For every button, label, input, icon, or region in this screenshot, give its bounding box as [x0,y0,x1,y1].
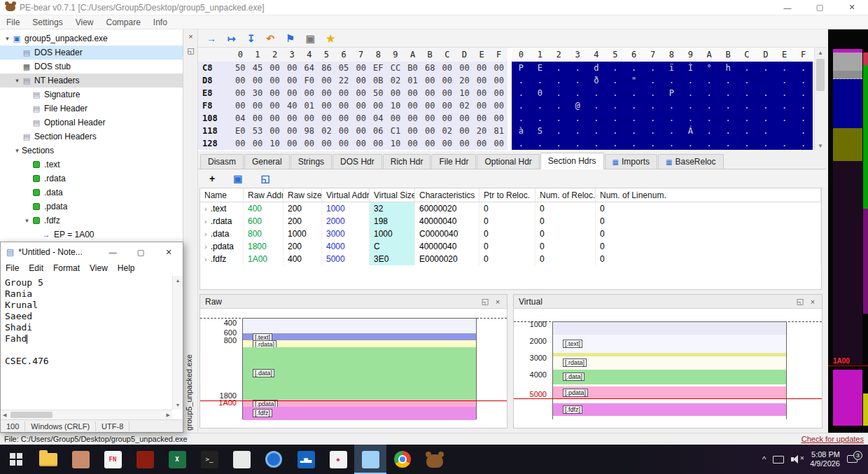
notepad-minimize-button[interactable]: — [99,242,127,262]
notepad-menu-item-view[interactable]: View [85,262,113,276]
hex-row-118[interactable]: 118E05300009802000006C1000002002081àS...… [198,125,814,137]
column-header-ptr-to-reloc[interactable]: Ptr to Reloc. [479,188,536,202]
tree-item-rdata[interactable]: .rdata [0,172,183,186]
dock-float-icon[interactable]: ◱ [183,43,198,57]
tree-item-text[interactable]: .text [0,158,183,172]
tab-section-hdrs[interactable]: Section Hdrs [540,153,604,169]
tab-disasm[interactable]: Disasm [200,154,244,169]
chevron-down-icon[interactable]: ▾ [22,217,31,224]
expand-table-icon[interactable]: ◱ [260,174,270,183]
scroll-up-icon[interactable]: ▲ [815,50,826,56]
chevron-right-icon[interactable]: › [204,217,207,225]
white-app-icon[interactable] [225,445,258,474]
column-header-characteristics[interactable]: Characteristics [415,188,479,202]
display-tray-icon[interactable] [773,456,784,463]
tree-item-optional-header[interactable]: ▤Optional Header [0,116,183,130]
panel-float-icon[interactable]: ◱ [479,297,491,306]
tree-item-nt-headers[interactable]: ▾▤NT Headers [0,74,183,88]
chevron-right-icon[interactable]: › [204,230,207,238]
tree-item-fdfz[interactable]: ▾.fdfz [0,214,183,228]
scroll-up-icon[interactable]: ▲ [173,278,183,283]
notepad-titlebar[interactable]: ▤ *Untitled - Note... — ▢ ✕ [1,242,183,262]
tree-item-dos-stub[interactable]: ▦DOS stub [0,60,183,74]
section-row-pdata[interactable]: ›.pdata18002004000C40000040000 [200,240,821,253]
hex-row-D8[interactable]: D800000000F00022000B02010000200000....ð.… [198,74,814,87]
panel-float-icon[interactable]: ◱ [794,297,806,306]
chevron-down-icon[interactable]: ▾ [13,147,22,154]
notepad-text-area[interactable]: Group 5 Rania Krunal Saeed Shadi Fahd CS… [1,276,183,367]
tab-file-hdr[interactable]: File Hdr [431,154,476,169]
remote-window-icon[interactable] [354,445,386,474]
volume-muted-icon[interactable]: ✕ [791,455,803,463]
column-header-raw-size[interactable]: Raw size [284,188,322,202]
tree-item-section-headers[interactable]: ▤Section Headers [0,130,183,144]
taskbar-clock[interactable]: 5:08 PM 4/9/2026 [810,450,840,468]
tab-optional-hdr[interactable]: Optional Hdr [477,154,539,169]
column-header-virtual-addr[interactable]: Virtual Addr. [322,188,370,202]
scroll-left-icon[interactable]: ◀ [3,412,6,418]
jump-in-icon[interactable]: ↦ [227,34,236,43]
notepad-window[interactable]: ▤ *Untitled - Note... — ▢ ✕ FileEditForm… [0,242,183,433]
menu-item-settings[interactable]: Settings [26,16,69,29]
minimize-button[interactable]: — [771,0,804,15]
notepad-hscrollbar[interactable]: ◀ ▶ [1,410,172,419]
tab-dos-hdr[interactable]: DOS Hdr [332,154,382,169]
fn-app-icon[interactable]: FN [97,445,129,474]
photos-app-icon[interactable] [64,445,97,474]
tab-imports[interactable]: ▦Imports [605,154,657,169]
chevron-down-icon[interactable]: ▾ [3,35,12,42]
column-header-num-of-linenum[interactable]: Num. of Linenum. [596,188,821,202]
section-row-data[interactable]: ›.data800100030001000C0000040000 [200,228,821,240]
column-header-virtual-size[interactable]: Virtual Size [370,188,415,202]
favorite-star-icon[interactable]: ★ [326,34,335,43]
maximize-button[interactable]: ▢ [804,0,836,15]
start-button[interactable] [0,445,32,474]
menu-item-file[interactable]: File [0,16,26,29]
section-row-text[interactable]: ›.text40020010003260000020000 [200,202,821,215]
tab-strings[interactable]: Strings [290,154,332,169]
notepad-menu-item-help[interactable]: Help [113,262,140,276]
check-updates-link[interactable]: Check for updates [802,435,864,443]
chevron-right-icon[interactable]: › [204,204,207,213]
terminal-icon[interactable]: >_ [193,445,225,474]
hex-row-F8[interactable]: F800000040010000000010000000020000...@..… [198,99,814,112]
tree-item-ep-1a00[interactable]: →EP = 1A00 [0,228,183,242]
scroll-thumb[interactable] [10,412,52,418]
copy-table-icon[interactable]: ▣ [233,174,242,183]
scroll-down-icon[interactable]: ▼ [173,403,183,407]
chevron-right-icon[interactable]: › [204,255,207,263]
excel-icon[interactable]: X [161,445,193,474]
tree-item-dos-header[interactable]: ▤DOS Header [0,46,183,60]
notepad-close-button[interactable]: ✕ [155,242,183,262]
file-dock-tab[interactable]: group5_unpacked.exe [185,354,193,431]
media-app-icon[interactable]: ◆ [322,445,354,474]
close-button[interactable]: ✕ [836,0,868,15]
menu-item-info[interactable]: Info [147,16,174,29]
notepad-menu-item-file[interactable]: File [1,262,24,276]
copy-icon[interactable]: ▣ [306,34,315,43]
menu-item-view[interactable]: View [69,16,100,29]
camera-app-icon[interactable] [258,445,290,474]
tree-item-file-header[interactable]: ▤File Header [0,102,183,116]
notepad-menu-item-format[interactable]: Format [48,262,85,276]
notepad-vscrollbar[interactable]: ▲ ▼ [172,276,183,410]
menu-item-compare[interactable]: Compare [100,16,147,29]
hex-row-108[interactable]: 10804000000000000000400000000000000.....… [198,112,814,125]
tree-item-data[interactable]: .data [0,186,183,200]
tray-chevron-up-icon[interactable]: ^ [762,455,766,463]
dock-close-icon[interactable]: × [183,29,198,43]
chart-app-icon[interactable]: ▂▅▃ [290,445,322,474]
pin-icon[interactable]: ⚑ [286,34,295,43]
action-center-icon[interactable]: 3 [847,454,861,465]
section-row-rdata[interactable]: ›.rdata600200200019840000040000 [200,215,821,228]
chevron-down-icon[interactable]: ▾ [13,77,22,84]
tab-basereloc[interactable]: ▦BaseReloc [658,154,723,169]
panel-close-icon[interactable]: × [491,298,504,306]
scroll-down-icon[interactable]: ▼ [815,143,826,149]
notepad-menu-item-edit[interactable]: Edit [24,262,48,276]
section-row-fdfz[interactable]: ›.fdfz1A0040050003E0E0000020000 [200,253,821,265]
goto-arrow-icon[interactable]: → [206,34,216,43]
scroll-right-icon[interactable]: ▶ [167,412,170,418]
hex-scrollbar[interactable]: ▲ ▼ [814,48,826,151]
jump-down-icon[interactable]: ↧ [247,34,255,43]
